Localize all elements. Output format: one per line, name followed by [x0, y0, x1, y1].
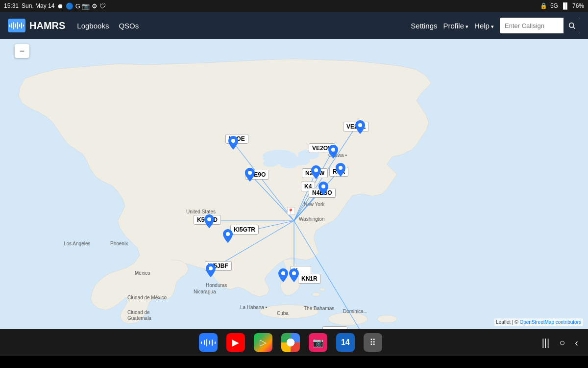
nav-links: Logbooks QSOs: [77, 20, 399, 32]
svg-text:Dominica...: Dominica...: [343, 309, 368, 314]
nav-right: Settings Profile Help: [411, 18, 580, 33]
pin-w5jbf: [206, 263, 216, 277]
playstore-icon: ▷: [260, 337, 267, 348]
pin-rsr: [336, 163, 345, 177]
svg-point-6: [263, 160, 278, 167]
map-attribution: Leaflet | © OpenStreetMap contributors: [494, 318, 583, 326]
taskbar-app-youtube[interactable]: ▶: [226, 333, 245, 352]
map-container[interactable]: Los Angeles Phoenix United States México…: [0, 39, 588, 329]
help-dropdown[interactable]: Help: [474, 22, 494, 30]
taskbar-app-playstore[interactable]: ▷: [254, 333, 272, 352]
taskbar-app-grid[interactable]: ⠿: [364, 333, 382, 352]
svg-text:México: México: [135, 270, 150, 276]
status-bar: 15:31 Sun, May 14 ⏺ 🔵 G 📷 ⚙ 🛡 🔒 5G ▐▌ 76…: [0, 0, 588, 12]
osm-link[interactable]: OpenStreetMap contributors: [519, 319, 581, 325]
pin-kn1r: [278, 268, 288, 282]
zoom-controls[interactable]: −: [15, 44, 29, 58]
map-background: Los Angeles Phoenix United States México…: [0, 39, 588, 329]
time: 15:31: [4, 2, 19, 9]
taskbar-app-calendar[interactable]: 14: [336, 333, 355, 352]
brand: HAMRS: [8, 19, 65, 32]
callsign-kn1r[interactable]: KN1R: [298, 274, 321, 284]
pin-kn1r-2: [289, 268, 299, 282]
pin-we9o: [245, 168, 255, 182]
settings-link[interactable]: Settings: [411, 22, 437, 30]
svg-text:New York: New York: [304, 202, 325, 207]
taskbar-apps: ▶ ▷ 📷 14 ⠿: [39, 333, 542, 352]
svg-point-7: [290, 157, 310, 165]
pin-n2igw: [311, 165, 321, 179]
svg-text:Nicaragua: Nicaragua: [194, 289, 216, 294]
svg-point-9: [328, 313, 368, 325]
icons: ⏺ 🔵 G 📷 ⚙ 🛡: [57, 2, 105, 10]
battery: 76%: [572, 2, 584, 9]
svg-text:Guatemala: Guatemala: [127, 315, 151, 321]
lock-icon: 🔒: [540, 2, 547, 9]
back-button[interactable]: ‹: [575, 337, 578, 348]
youtube-icon: ▶: [232, 337, 239, 348]
profile-dropdown[interactable]: Profile: [443, 22, 468, 30]
pin-ve2ov: [328, 145, 338, 158]
camera-icon: 📷: [313, 337, 323, 348]
svg-point-52: [226, 232, 230, 236]
svg-point-51: [207, 217, 211, 221]
svg-point-12: [319, 288, 325, 291]
svg-text:Washington: Washington: [299, 216, 324, 222]
taskbar-app-chrome[interactable]: [281, 333, 300, 352]
brand-icon: [8, 19, 25, 32]
taskbar: ▶ ▷ 📷 14 ⠿ ||| ○ ‹: [0, 329, 588, 356]
svg-text:Ciudad de: Ciudad de: [127, 310, 150, 315]
svg-text:Ciudad de México: Ciudad de México: [127, 295, 167, 300]
svg-point-10: [377, 315, 397, 323]
svg-text:📍: 📍: [288, 208, 294, 214]
brand-name: HAMRS: [29, 20, 65, 31]
taskbar-app-hamrs[interactable]: [199, 333, 218, 352]
svg-point-43: [331, 148, 335, 152]
pin-k5mpd: [204, 214, 214, 228]
taskbar-nav: ||| ○ ‹: [542, 337, 578, 348]
signal-strength: 5G: [550, 2, 558, 9]
home-button[interactable]: ○: [559, 337, 565, 348]
waveform-icon: [9, 21, 24, 30]
svg-text:Phoenix: Phoenix: [110, 241, 128, 246]
svg-text:La Habana •: La Habana •: [240, 305, 268, 310]
pin-k0oe: [228, 136, 238, 150]
svg-text:Cuba: Cuba: [277, 311, 289, 316]
svg-point-55: [292, 271, 296, 275]
pin-n4eso: [318, 182, 328, 195]
svg-point-54: [281, 271, 285, 275]
signal-bars: ▐▌: [561, 2, 569, 9]
svg-point-46: [314, 168, 318, 172]
leaflet-credit: Leaflet: [496, 319, 511, 325]
svg-text:The Bahamas: The Bahamas: [304, 306, 334, 311]
pin-ve2gl: [355, 120, 365, 134]
taskbar-app-camera[interactable]: 📷: [309, 333, 327, 352]
svg-point-0: [569, 23, 574, 27]
callsign-ki5gtr[interactable]: KI5GTR: [230, 225, 259, 235]
pin-ki5gtr: [223, 229, 233, 243]
callsign-np4jj[interactable]: NP4JJ: [322, 326, 347, 329]
svg-line-1: [573, 27, 575, 29]
status-left: 15:31 Sun, May 14 ⏺ 🔵 G 📷 ⚙ 🛡: [4, 2, 106, 10]
calendar-icon: 14: [341, 338, 350, 347]
search-box[interactable]: [500, 18, 580, 33]
logbooks-link[interactable]: Logbooks: [77, 20, 109, 32]
svg-text:United States: United States: [186, 209, 216, 214]
svg-text:Honduras: Honduras: [206, 283, 227, 288]
search-button[interactable]: [564, 18, 580, 33]
apps-icon: ⠿: [369, 337, 376, 348]
qsos-link[interactable]: QSOs: [119, 20, 139, 32]
svg-point-42: [358, 123, 362, 127]
svg-point-44: [231, 139, 235, 143]
recent-apps-button[interactable]: |||: [542, 337, 550, 348]
zoom-out-button[interactable]: −: [15, 44, 29, 58]
callsign-search-input[interactable]: [500, 18, 564, 33]
svg-text:Los Angeles: Los Angeles: [64, 241, 91, 246]
svg-point-11: [312, 292, 320, 296]
hub-marker: 📍: [287, 207, 295, 215]
status-right: 🔒 5G ▐▌ 76%: [540, 2, 584, 9]
svg-point-45: [248, 171, 252, 175]
svg-point-48: [321, 184, 325, 188]
svg-point-47: [339, 166, 343, 170]
taskbar-hamrs-icon: [200, 338, 216, 347]
